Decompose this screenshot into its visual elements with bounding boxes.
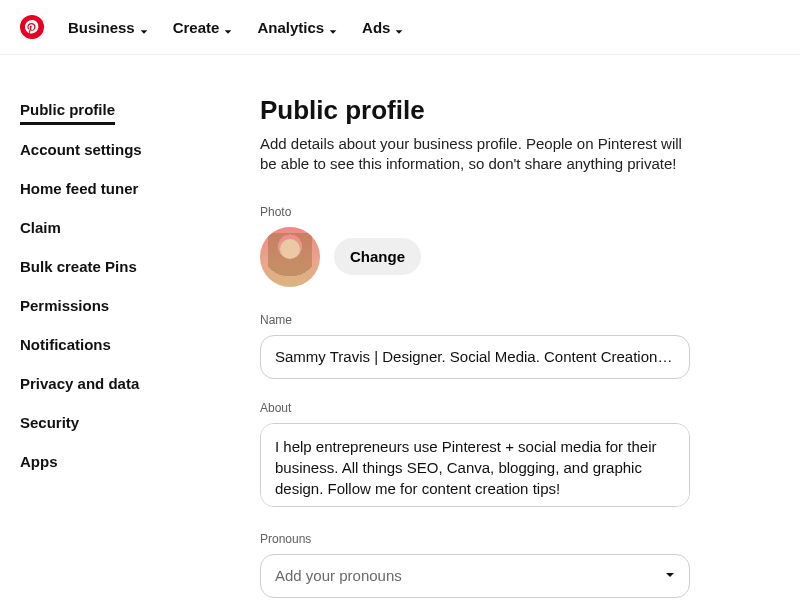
sidebar-item-claim[interactable]: Claim (20, 213, 61, 242)
nav-label: Analytics (257, 19, 324, 36)
pinterest-logo-icon (20, 15, 44, 39)
page-title: Public profile (260, 95, 690, 126)
settings-sidebar: Public profile Account settings Home fee… (20, 95, 200, 600)
photo-label: Photo (260, 205, 690, 219)
nav-ads[interactable]: Ads (362, 19, 404, 36)
sidebar-item-public-profile[interactable]: Public profile (20, 95, 115, 125)
name-label: Name (260, 313, 690, 327)
photo-section: Photo Change (260, 205, 690, 287)
chevron-down-icon (139, 23, 149, 33)
pronouns-label: Pronouns (260, 532, 690, 546)
top-nav: Business Create Analytics Ads (0, 0, 800, 55)
nav-create[interactable]: Create (173, 19, 234, 36)
about-label: About (260, 401, 690, 415)
page-description: Add details about your business profile.… (260, 134, 690, 175)
about-textarea[interactable] (260, 423, 690, 507)
nav-business[interactable]: Business (68, 19, 149, 36)
name-section: Name (260, 313, 690, 379)
chevron-down-icon (328, 23, 338, 33)
logo[interactable] (20, 15, 44, 39)
name-input[interactable] (260, 335, 690, 379)
pronouns-section: Pronouns Add your pronouns Choose up to … (260, 532, 690, 601)
chevron-down-icon (223, 23, 233, 33)
chevron-down-icon (394, 23, 404, 33)
about-section: About (260, 401, 690, 510)
main-content: Public profile Add details about your bu… (260, 95, 690, 600)
nav-label: Business (68, 19, 135, 36)
sidebar-item-account-settings[interactable]: Account settings (20, 135, 142, 164)
avatar (260, 227, 320, 287)
sidebar-item-notifications[interactable]: Notifications (20, 330, 111, 359)
sidebar-item-privacy-and-data[interactable]: Privacy and data (20, 369, 139, 398)
sidebar-item-permissions[interactable]: Permissions (20, 291, 109, 320)
sidebar-item-bulk-create-pins[interactable]: Bulk create Pins (20, 252, 137, 281)
sidebar-item-home-feed-tuner[interactable]: Home feed tuner (20, 174, 138, 203)
change-photo-button[interactable]: Change (334, 238, 421, 275)
nav-label: Create (173, 19, 220, 36)
nav-label: Ads (362, 19, 390, 36)
sidebar-item-apps[interactable]: Apps (20, 447, 58, 476)
nav-analytics[interactable]: Analytics (257, 19, 338, 36)
sidebar-item-security[interactable]: Security (20, 408, 79, 437)
pronouns-select[interactable]: Add your pronouns (260, 554, 690, 598)
